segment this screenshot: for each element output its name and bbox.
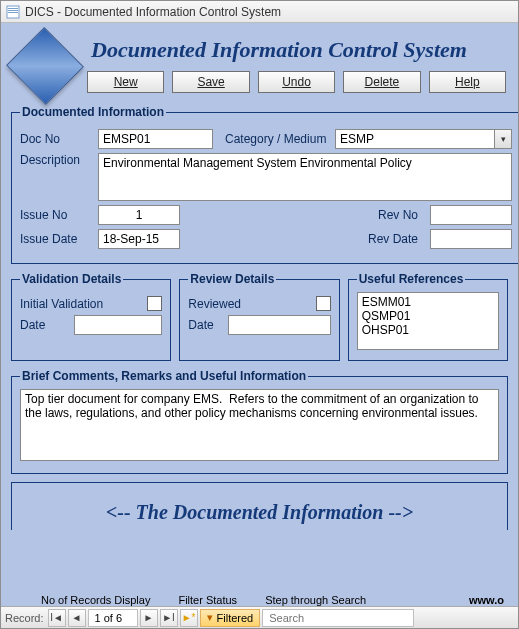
search-input[interactable]: [262, 609, 414, 627]
docno-label: Doc No: [20, 132, 92, 146]
references-legend: Useful References: [357, 272, 466, 286]
new-record-icon: ►*: [182, 612, 196, 623]
delete-button[interactable]: Delete: [343, 71, 420, 93]
documented-information-legend: Documented Information: [20, 105, 166, 119]
references-group: Useful References ESMM01 QSMP01 OHSP01: [348, 272, 508, 361]
window-titlebar: DICS - Documented Information Control Sy…: [1, 1, 518, 23]
url-label: www.o: [469, 594, 504, 606]
review-group: Review Details Reviewed Date: [179, 272, 339, 361]
issuedate-label: Issue Date: [20, 232, 92, 246]
app-icon: [5, 4, 21, 20]
comments-group: Brief Comments, Remarks and Useful Infor…: [11, 369, 508, 474]
comments-field[interactable]: Top tier document for company EMS. Refer…: [20, 389, 499, 461]
svg-rect-1: [8, 8, 18, 9]
revdate-field[interactable]: [430, 229, 512, 249]
toolbar: New Save Undo Delete Help: [87, 71, 510, 93]
prev-icon: ◄: [72, 612, 82, 623]
funnel-icon: ▾: [207, 611, 213, 624]
reference-item[interactable]: QSMP01: [360, 309, 496, 323]
revdate-label: Rev Date: [186, 232, 418, 246]
next-icon: ►: [144, 612, 154, 623]
initial-validation-label: Initial Validation: [20, 297, 141, 311]
revno-field[interactable]: [430, 205, 512, 225]
review-date-label: Date: [188, 318, 222, 332]
nav-prev-button[interactable]: ◄: [68, 609, 86, 627]
records-display-label: No of Records Display: [41, 594, 150, 606]
app-heading: Documented Information Control System: [87, 31, 510, 67]
validation-date-field[interactable]: [74, 315, 162, 335]
app-logo: [6, 27, 84, 105]
last-icon: ►I: [162, 612, 175, 623]
record-position: 1 of 6: [88, 609, 138, 627]
initial-validation-checkbox[interactable]: [147, 296, 162, 311]
chevron-down-icon: ▾: [501, 134, 506, 144]
category-label: Category / Medium: [225, 132, 329, 146]
category-field[interactable]: [335, 129, 494, 149]
svg-rect-2: [8, 10, 18, 11]
issueno-label: Issue No: [20, 208, 92, 222]
status-row: No of Records Display Filter Status Step…: [1, 592, 518, 606]
issuedate-field[interactable]: [98, 229, 180, 249]
reference-item[interactable]: OHSP01: [360, 323, 496, 337]
validation-legend: Validation Details: [20, 272, 123, 286]
nav-next-button[interactable]: ►: [140, 609, 158, 627]
window-title: DICS - Documented Information Control Sy…: [25, 5, 281, 19]
filter-text: Filtered: [217, 612, 254, 624]
docno-field[interactable]: [98, 129, 213, 149]
review-legend: Review Details: [188, 272, 276, 286]
save-button[interactable]: Save: [172, 71, 249, 93]
review-date-field[interactable]: [228, 315, 330, 335]
nav-last-button[interactable]: ►I: [160, 609, 178, 627]
new-button[interactable]: New: [87, 71, 164, 93]
footer-heading: <-- The Documented Information -->: [11, 482, 508, 530]
validation-group: Validation Details Initial Validation Da…: [11, 272, 171, 361]
reference-item[interactable]: ESMM01: [360, 295, 496, 309]
references-list[interactable]: ESMM01 QSMP01 OHSP01: [357, 292, 499, 350]
first-icon: I◄: [50, 612, 63, 623]
svg-rect-3: [8, 12, 18, 13]
revno-label: Rev No: [186, 208, 418, 222]
undo-button[interactable]: Undo: [258, 71, 335, 93]
documented-information-group: Documented Information Doc No Category /…: [11, 105, 518, 264]
category-combo[interactable]: ▾: [335, 129, 512, 149]
category-dropdown-button[interactable]: ▾: [494, 129, 512, 149]
issueno-field[interactable]: [98, 205, 180, 225]
help-button[interactable]: Help: [429, 71, 506, 93]
validation-date-label: Date: [20, 318, 68, 332]
nav-first-button[interactable]: I◄: [48, 609, 66, 627]
comments-legend: Brief Comments, Remarks and Useful Infor…: [20, 369, 308, 383]
description-label: Description: [20, 153, 92, 167]
filter-status-label: Filter Status: [178, 594, 237, 606]
filter-indicator[interactable]: ▾ Filtered: [200, 609, 261, 627]
reviewed-label: Reviewed: [188, 297, 309, 311]
nav-new-button[interactable]: ►*: [180, 609, 198, 627]
reviewed-checkbox[interactable]: [316, 296, 331, 311]
record-label: Record:: [5, 612, 44, 624]
description-field[interactable]: Environmental Management System Environm…: [98, 153, 512, 201]
step-search-label: Step through Search: [265, 594, 366, 606]
record-navigator: Record: I◄ ◄ 1 of 6 ► ►I ►* ▾ Filtered: [1, 606, 518, 628]
